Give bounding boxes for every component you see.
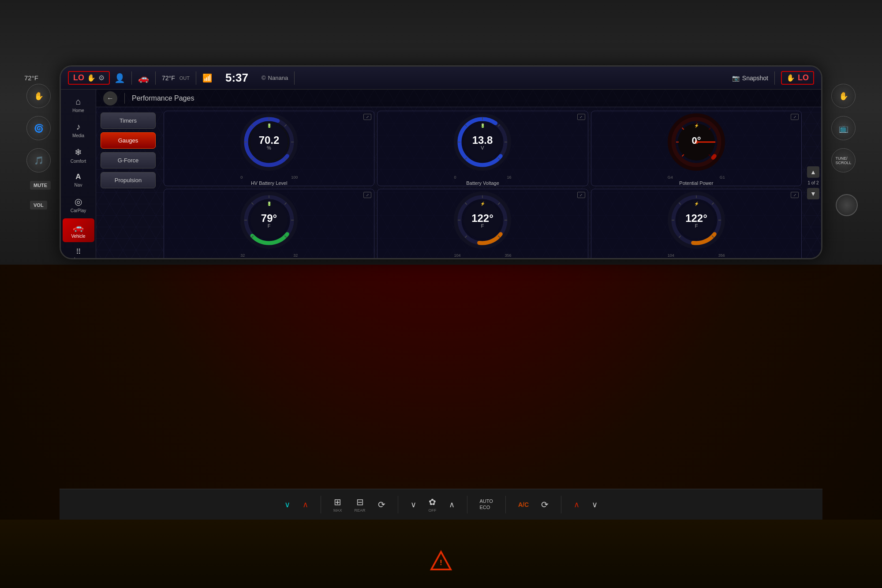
expand-icon-2: ⤢ [579,115,583,119]
ctrl-auto-eco[interactable]: AUTOECO [480,498,493,510]
snapshot-button[interactable]: 📷 Snapshot [732,75,768,82]
seat-heat-icon: ✋ [87,74,96,82]
ctrl-div-4 [505,496,506,513]
floor-area: ! [0,520,882,588]
nav-item-home[interactable]: ⌂ Home [63,93,94,116]
gauge-circle-battery-voltage: 🔋 13.8 V [452,111,513,173]
svg-text:F: F [268,223,271,228]
left-control-media[interactable]: 🎵 [26,148,51,172]
vehicle-icon: 🚗 [73,222,84,232]
gauges-grid: ⤢ [160,107,805,258]
header-div-4 [294,71,295,85]
sub-header: ← Performance Pages [96,90,821,107]
menu-btn-gauges[interactable]: Gauges [101,132,156,149]
expand-icon-3: ⤢ [793,115,796,119]
content-layout: Timers Gauges G-Force Propulsion ⤢ [96,107,821,258]
ctrl-temp-up[interactable]: ∧ [303,500,308,509]
expand-hv-battery[interactable]: ⤢ [363,114,371,120]
ctrl-recirculate[interactable]: ⟳ [378,499,385,510]
gauge-battery-voltage: ⤢ [377,111,588,186]
page-indicator: 1 of 2 [807,180,818,185]
svg-text:%: % [267,145,271,150]
ctrl-ac[interactable]: A/C [518,501,529,508]
svg-text:⚡: ⚡ [694,201,699,206]
rear-icon: ⊟ [356,497,364,507]
home-label: Home [72,108,84,113]
nav-item-comfort[interactable]: ❄ Comfort [63,143,94,167]
temp-up-icon: ∧ [303,500,308,509]
ctrl-fan-off[interactable]: ✿ OFF [429,497,437,513]
bottom-controls-bar: ∨ ∧ ⊞ MAX ⊟ REAR ⟳ ∨ ✿ OFF ∧ AUTOECO A/C… [60,489,822,520]
right-control-hand[interactable]: ✋ [831,84,856,108]
temperature-display: 72°F [24,74,38,82]
carplay-label: CarPlay [71,208,86,213]
seat-heat-right-icon: ✋ [786,74,795,82]
ctrl-mode[interactable]: ⟳ [541,499,549,510]
nav-item-vehicle[interactable]: 🚗 Vehicle [63,218,94,242]
menu-btn-gforce[interactable]: G-Force [101,152,156,169]
expand-front-motor-temp[interactable]: ⤢ [577,192,585,198]
svg-text:70.2: 70.2 [259,134,280,146]
mute-button[interactable]: MUTE [30,181,51,190]
gauge-circle-hv-battery-temp: 🔋 79° F [238,189,300,251]
header-div-3 [196,71,196,85]
ctrl-fan-up[interactable]: ∧ [449,500,455,509]
expand-rear-motor-temp[interactable]: ⤢ [791,192,799,198]
ctrl-max[interactable]: ⊞ MAX [333,497,342,513]
header-div-5 [774,71,775,85]
header-time: 5:37 [225,71,248,85]
nav-sidebar: ⌂ Home ♪ Media ❄ Comfort A Nav ◎ CarPlay… [61,90,96,258]
gauge-hv-battery-label: HV Battery Level [251,180,288,186]
comfort-icon: ❄ [75,147,82,157]
left-control-comfort[interactable]: 🌀 [26,116,51,140]
ctrl-rear[interactable]: ⊟ REAR [355,497,366,513]
gauge-rear-motor-temp-minmax: 104 356 [668,253,725,258]
ctrl-right-temp-down[interactable]: ∨ [592,500,598,509]
gauge-circle-front-motor-temp: ⚡ 122° F [452,189,513,251]
header-lo-left: LO ✋ ⚙ [68,71,110,85]
pagination: ▲ 1 of 2 ▼ [805,107,821,258]
auto-eco-label-text: AUTOECO [480,498,493,510]
right-control-screen[interactable]: 📺 [831,116,856,140]
svg-text:0°: 0° [691,135,701,146]
menu-btn-propulsion[interactable]: Propulsion [101,172,156,188]
lo-left-label: LO [73,73,84,82]
screen-content: ⌂ Home ♪ Media ❄ Comfort A Nav ◎ CarPlay… [61,90,821,258]
page-up-button[interactable]: ▲ [807,166,819,178]
vol-button[interactable]: VOL [30,201,47,210]
fan-icon: ✿ [429,497,436,507]
gauge-battery-voltage-label: Battery Voltage [466,180,499,186]
wifi-icon: 📶 [202,73,212,83]
expand-potential-power[interactable]: ⤢ [791,114,799,120]
ctrl-fan-down[interactable]: ∨ [411,500,416,509]
nav-item-apps[interactable]: ⠿ Apps [63,244,94,259]
ctrl-right-temp-up[interactable]: ∧ [574,500,579,509]
ctrl-temp-down[interactable]: ∨ [284,500,290,509]
svg-text:122°: 122° [685,212,707,224]
menu-btn-timers[interactable]: Timers [101,112,156,129]
nav-item-carplay[interactable]: ◎ CarPlay [63,193,94,217]
hazard-button[interactable]: ! [428,548,454,575]
ctrl-div-3 [467,496,467,513]
left-menu: Timers Gauges G-Force Propulsion [96,107,160,258]
expand-hv-battery-temp[interactable]: ⤢ [363,192,371,198]
back-button[interactable]: ← [103,91,117,105]
driver-icon: 👤 [114,73,125,83]
screen-header: LO ✋ ⚙ 👤 🚗 72°F OUT 📶 5:37 © Nanana 📷 [61,67,821,90]
left-control-hand[interactable]: ✋ [26,84,51,108]
gauge-rear-motor-temp: ⤢ [591,189,802,258]
camera-icon: 📷 [732,75,740,82]
right-control-tune[interactable]: TUNE/SCROLL [831,148,856,172]
expand-battery-voltage[interactable]: ⤢ [577,114,585,120]
nav-item-media[interactable]: ♪ Media [63,118,94,142]
svg-text:🔋: 🔋 [267,201,272,206]
nav-item-nav[interactable]: A Nav [63,169,94,191]
right-temp-down-icon: ∨ [592,500,598,509]
gauge-potential-power-label: Potential Power [679,180,713,186]
right-knob[interactable] [836,194,858,216]
gauge-circle-hv-battery: 🔋 70.2 % [238,111,300,173]
page-down-button[interactable]: ▼ [807,188,819,199]
expand-icon: ⤢ [366,115,369,119]
gauge-front-motor-temp: ⤢ [377,189,588,258]
header-temp: 72°F [162,75,175,82]
